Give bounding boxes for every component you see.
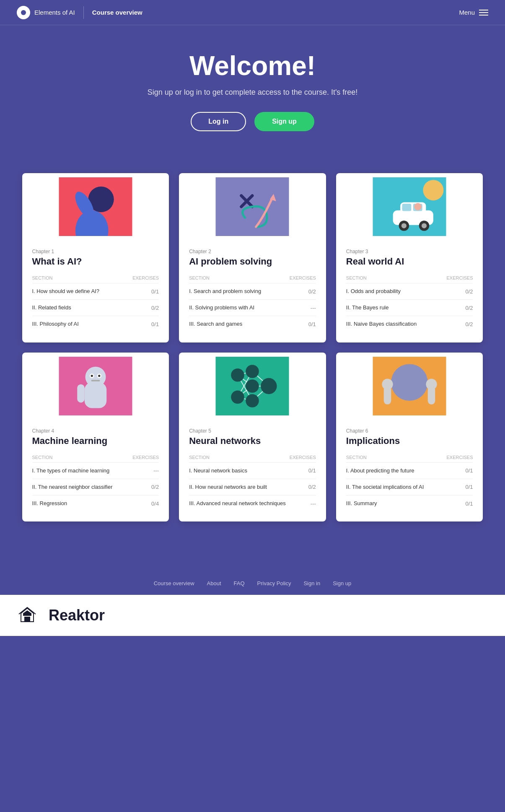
footer-link[interactable]: Privacy Policy [257, 580, 291, 586]
login-button[interactable]: Log in [191, 112, 246, 131]
card-image [22, 173, 169, 240]
menu-button[interactable]: Menu [459, 9, 488, 16]
card-chapter: Chapter 2 [189, 249, 316, 254]
card-table-header: Section Exercises [32, 455, 159, 463]
chapter-card-2[interactable]: Chapter 2 AI problem solving Section Exe… [179, 173, 326, 342]
footer-link[interactable]: FAQ [234, 580, 245, 586]
card-body: Chapter 6 Implications Section Exercises… [336, 420, 483, 522]
card-title: Neural networks [189, 436, 316, 446]
section-row[interactable]: I. Odds and probability 0/2 [346, 283, 473, 300]
section-row[interactable]: II. Related fields 0/2 [32, 300, 159, 316]
exercises-col-header: Exercises [447, 275, 473, 280]
footer-brand: Reaktor [0, 595, 505, 636]
section-label: II. How neural networks are built [189, 483, 308, 491]
exercises-col-header: Exercises [290, 455, 316, 460]
section-row[interactable]: I. The types of machine learning --- [32, 463, 159, 479]
section-count: 0/1 [465, 467, 473, 474]
svg-point-15 [401, 223, 407, 228]
logo-text: Elements of AI [34, 9, 75, 16]
section-count: --- [153, 467, 159, 474]
section-row[interactable]: III. Advanced neural network techniques … [189, 496, 316, 511]
section-row[interactable]: I. About predicting the future 0/1 [346, 463, 473, 479]
chapter-card-4[interactable]: Chapter 4 Machine learning Section Exerc… [22, 353, 169, 522]
section-label: III. Advanced neural network techniques [189, 500, 311, 507]
svg-point-25 [98, 374, 100, 376]
logo-icon [17, 6, 30, 19]
card-image [336, 353, 483, 420]
section-row[interactable]: II. The societal implications of AI 0/1 [346, 479, 473, 496]
card-image [179, 173, 326, 240]
card-title: Machine learning [32, 436, 159, 446]
section-row[interactable]: III. Philosophy of AI 0/1 [32, 316, 159, 332]
section-row[interactable]: III. Regression 0/4 [32, 496, 159, 511]
section-row[interactable]: III. Summary 0/1 [346, 496, 473, 511]
section-col-header: Section [189, 275, 210, 280]
card-table-header: Section Exercises [32, 275, 159, 283]
nav-divider [83, 6, 84, 19]
svg-rect-50 [24, 617, 30, 622]
section-row[interactable]: III. Naive Bayes classification 0/2 [346, 316, 473, 332]
footer-links: Course overviewAboutFAQPrivacy PolicySig… [0, 563, 505, 595]
section-row[interactable]: I. Search and problem solving 0/2 [189, 283, 316, 300]
card-image [336, 173, 483, 240]
hero-section: Welcome! Sign up or log in to get comple… [0, 25, 505, 165]
svg-point-38 [231, 368, 245, 382]
section-label: I. Odds and probability [346, 288, 466, 295]
svg-point-45 [391, 364, 428, 401]
card-body: Chapter 4 Machine learning Section Exerc… [22, 420, 169, 522]
chapter-card-3[interactable]: Chapter 3 Real world AI Section Exercise… [336, 173, 483, 342]
section-count: 0/4 [151, 501, 159, 507]
chapter-card-1[interactable]: Chapter 1 What is AI? Section Exercises … [22, 173, 169, 342]
footer-link[interactable]: Course overview [154, 580, 194, 586]
section-row[interactable]: III. Search and games 0/1 [189, 316, 316, 332]
menu-label: Menu [459, 9, 475, 16]
section-label: I. How should we define AI? [32, 288, 152, 295]
svg-point-24 [91, 374, 93, 376]
section-row[interactable]: II. The Bayes rule 0/2 [346, 300, 473, 316]
section-row[interactable]: I. Neural network basics 0/1 [189, 463, 316, 479]
section-count: 0/1 [151, 288, 159, 295]
hamburger-icon [479, 10, 488, 16]
section-label: I. Search and problem solving [189, 288, 308, 295]
logo[interactable]: Elements of AI [17, 6, 75, 19]
card-table-header: Section Exercises [189, 455, 316, 463]
chapter-card-5[interactable]: Chapter 5 Neural networks Section Exerci… [179, 353, 326, 522]
section-label: I. The types of machine learning [32, 467, 154, 475]
section-count: 0/2 [151, 484, 159, 490]
svg-point-42 [246, 394, 259, 407]
chapter-card-6[interactable]: Chapter 6 Implications Section Exercises… [336, 353, 483, 522]
section-col-header: Section [189, 455, 210, 460]
nav-course-link[interactable]: Course overview [92, 9, 142, 16]
section-label: I. Neural network basics [189, 467, 308, 475]
card-body: Chapter 3 Real world AI Section Exercise… [336, 240, 483, 342]
section-row[interactable]: I. How should we define AI? 0/1 [32, 283, 159, 300]
card-image [22, 353, 169, 420]
card-image [179, 353, 326, 420]
section-row[interactable]: II. Solving problems with AI --- [189, 300, 316, 316]
card-body: Chapter 5 Neural networks Section Exerci… [179, 420, 326, 522]
exercises-col-header: Exercises [290, 275, 316, 280]
exercises-col-header: Exercises [132, 455, 159, 460]
cards-grid: Chapter 1 What is AI? Section Exercises … [22, 173, 483, 521]
svg-point-41 [246, 379, 259, 393]
card-chapter: Chapter 6 [346, 428, 473, 434]
section-count: 0/1 [151, 321, 159, 327]
footer-link[interactable]: Sign up [333, 580, 351, 586]
svg-point-40 [246, 365, 259, 378]
section-label: II. Related fields [32, 304, 152, 311]
section-row[interactable]: II. How neural networks are built 0/2 [189, 479, 316, 496]
section-row[interactable]: II. The nearest neighbor classifier 0/2 [32, 479, 159, 496]
card-chapter: Chapter 3 [346, 249, 473, 254]
reaktor-brand: Reaktor [49, 607, 105, 624]
section-col-header: Section [346, 275, 367, 280]
hero-buttons: Log in Sign up [17, 112, 488, 131]
exercises-col-header: Exercises [447, 455, 473, 460]
section-label: III. Search and games [189, 320, 308, 328]
svg-point-49 [426, 379, 437, 389]
footer-link[interactable]: About [207, 580, 221, 586]
card-title: Real world AI [346, 256, 473, 267]
signup-button[interactable]: Sign up [254, 112, 314, 131]
section-label: III. Summary [346, 500, 466, 507]
footer-link[interactable]: Sign in [303, 580, 320, 586]
section-count: 0/1 [465, 501, 473, 507]
